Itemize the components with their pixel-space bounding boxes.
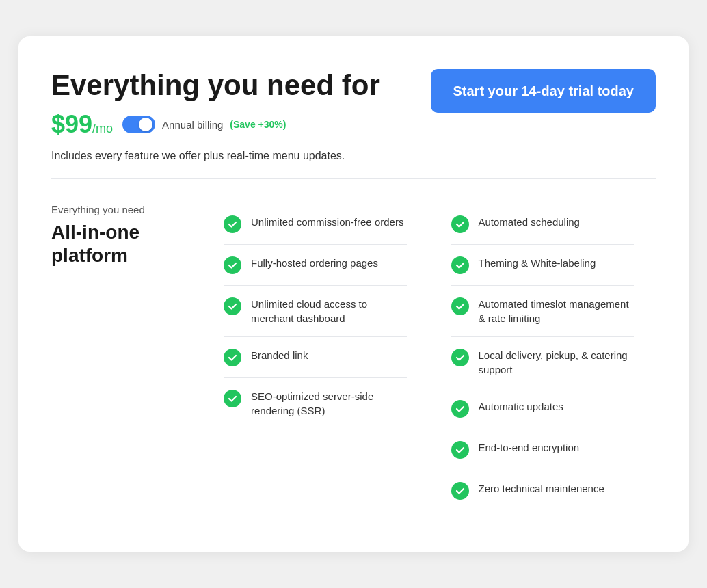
features-section: Everything you need All-in-one platform … bbox=[51, 204, 656, 511]
feature-text: Automatic updates bbox=[479, 399, 563, 414]
feature-text: Unlimited commission-free orders bbox=[251, 215, 403, 229]
feature-text: Automated scheduling bbox=[479, 215, 580, 229]
list-item: Unlimited cloud access to merchant dashb… bbox=[224, 286, 407, 337]
annual-billing-toggle[interactable] bbox=[122, 116, 155, 133]
check-icon bbox=[451, 256, 469, 274]
feature-text: SEO-optimized server-side rendering (SSR… bbox=[251, 389, 407, 418]
check-icon bbox=[224, 256, 241, 274]
check-icon bbox=[451, 349, 469, 366]
check-icon bbox=[451, 215, 469, 233]
features-heading: All-in-one platform bbox=[51, 221, 188, 267]
feature-text: Zero technical maintenence bbox=[479, 481, 604, 496]
cta-container: Start your 14-day trial today bbox=[431, 69, 656, 113]
feature-text: Theming & White-labeling bbox=[479, 256, 596, 270]
billing-label: Annual billing bbox=[162, 119, 223, 131]
check-icon bbox=[224, 215, 241, 233]
billing-toggle-container: Annual billing (Save +30%) bbox=[122, 116, 286, 133]
list-item: Theming & White-labeling bbox=[451, 245, 635, 286]
check-icon bbox=[451, 297, 469, 315]
list-item: Automated scheduling bbox=[451, 204, 635, 245]
header-section: Everything you need for $99/mo Annual bi… bbox=[51, 69, 656, 162]
list-item: Automatic updates bbox=[451, 388, 635, 429]
price-amount: $99/mo bbox=[51, 110, 113, 139]
subtitle: Includes every feature we offer plus rea… bbox=[51, 150, 380, 162]
check-icon bbox=[451, 482, 469, 500]
price-value: $99 bbox=[51, 110, 92, 138]
features-column-1: Unlimited commission-free ordersFully-ho… bbox=[202, 204, 429, 511]
section-divider bbox=[51, 178, 656, 179]
toggle-knob bbox=[139, 118, 152, 131]
header-left: Everything you need for $99/mo Annual bi… bbox=[51, 69, 380, 162]
check-icon bbox=[224, 390, 241, 407]
features-label-column: Everything you need All-in-one platform bbox=[51, 204, 202, 511]
feature-text: Unlimited cloud access to merchant dashb… bbox=[251, 297, 407, 325]
feature-text: Fully-hosted ordering pages bbox=[251, 256, 378, 270]
cta-button[interactable]: Start your 14-day trial today bbox=[431, 69, 656, 113]
list-item: Fully-hosted ordering pages bbox=[224, 245, 407, 286]
feature-text: End-to-end encryption bbox=[479, 440, 580, 455]
feature-text: Local delivery, pickup, & catering suppo… bbox=[479, 348, 635, 377]
price-row: $99/mo Annual billing (Save +30%) bbox=[51, 110, 380, 139]
feature-text: Automated timeslot management & rate lim… bbox=[479, 297, 635, 325]
price-period: /mo bbox=[92, 122, 113, 135]
list-item: Zero technical maintenence bbox=[451, 470, 635, 511]
main-title: Everything you need for bbox=[51, 69, 380, 102]
features-column-2: Automated schedulingTheming & White-labe… bbox=[429, 204, 656, 511]
feature-text: Branded link bbox=[251, 348, 308, 362]
list-item: Automated timeslot management & rate lim… bbox=[451, 286, 635, 337]
list-item: Branded link bbox=[224, 337, 407, 378]
features-eyebrow: Everything you need bbox=[51, 204, 188, 215]
list-item: Local delivery, pickup, & catering suppo… bbox=[451, 337, 635, 388]
list-item: End-to-end encryption bbox=[451, 429, 635, 470]
check-icon bbox=[224, 349, 241, 366]
pricing-card: Everything you need for $99/mo Annual bi… bbox=[18, 36, 689, 552]
check-icon bbox=[451, 441, 469, 459]
check-icon bbox=[451, 400, 469, 418]
save-badge: (Save +30%) bbox=[230, 119, 286, 130]
check-icon bbox=[224, 297, 241, 315]
list-item: Unlimited commission-free orders bbox=[224, 204, 407, 245]
list-item: SEO-optimized server-side rendering (SSR… bbox=[224, 378, 407, 429]
